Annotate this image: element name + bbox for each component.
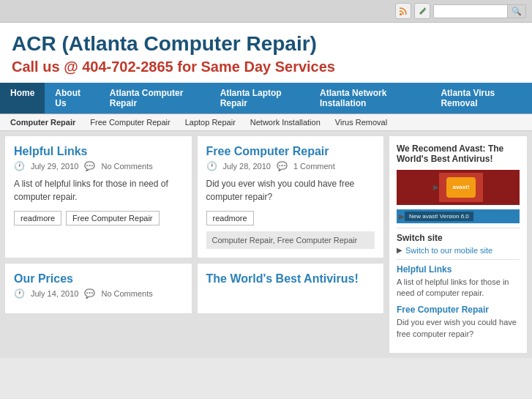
- post-date: July 28, 2010: [223, 162, 271, 171]
- clock-icon: 🕐: [14, 161, 25, 171]
- edit-icon[interactable]: [414, 3, 430, 19]
- avast-promo: New avast! Version 6.0: [405, 212, 473, 221]
- top-bar-icons: 🔍: [395, 3, 526, 19]
- site-subtitle: Call us @ 404-702-2865 for Same Day Serv…: [12, 56, 520, 77]
- post-comments: No Comments: [101, 289, 152, 298]
- secondary-nav-item-4[interactable]: Virus Removal: [328, 114, 394, 130]
- switch-site-section: Switch site ▶ Switch to our mobile site: [397, 233, 520, 255]
- avast-banner2[interactable]: ▶ New avast! Version 6.0: [397, 209, 520, 223]
- post-actions-0: readmoreFree Computer Repair: [14, 211, 183, 225]
- post-card-1: Free Computer Repair 🕐 July 28, 2010 💬 1…: [197, 135, 385, 258]
- post-excerpt-1: Did you ever wish you could have free co…: [206, 177, 375, 204]
- post-date: July 29, 2010: [31, 162, 78, 171]
- widget-divider2: [397, 259, 520, 260]
- comment-icon: 💬: [277, 161, 288, 171]
- main-content: Helpful Links 🕐 July 29, 2010 💬 No Comme…: [0, 131, 532, 359]
- clock-icon: 🕐: [14, 288, 25, 299]
- avast-inner: avast!: [439, 173, 483, 202]
- post-title-1[interactable]: Free Computer Repair: [206, 145, 375, 158]
- post-title-r2-0[interactable]: Our Prices: [14, 272, 183, 286]
- post-excerpt-0: A list of helpful links for those in nee…: [14, 177, 183, 204]
- primary-nav-item-3[interactable]: Atlanta Laptop Repair: [210, 83, 310, 113]
- search-button[interactable]: 🔍: [507, 5, 525, 18]
- play-icon2: ▶: [399, 212, 405, 220]
- post-card-r2-0: Our Prices 🕐 July 14, 2010 💬 No Comments: [4, 263, 192, 314]
- sidebar-links: Helpful LinksA list of helpful links for…: [397, 264, 520, 340]
- posts-row-1: Helpful Links 🕐 July 29, 2010 💬 No Comme…: [4, 135, 384, 258]
- primary-nav-item-0[interactable]: Home: [0, 83, 45, 113]
- arrow-icon: ▶: [397, 246, 402, 254]
- search-input[interactable]: [434, 5, 507, 17]
- clock-icon: 🕐: [206, 161, 217, 171]
- post-comments: 1 Comment: [293, 162, 335, 171]
- switch-site-link[interactable]: ▶ Switch to our mobile site: [397, 246, 520, 255]
- secondary-button-0[interactable]: Free Computer Repair: [66, 211, 159, 225]
- primary-nav-item-2[interactable]: Atlanta Computer Repair: [100, 83, 210, 113]
- sidebar: We Recomend Avast: The World's Best Anti…: [389, 135, 528, 354]
- avast-logo: avast!: [446, 177, 476, 198]
- secondary-nav-item-2[interactable]: Laptop Repair: [178, 114, 243, 130]
- sidebar-link-title-0[interactable]: Helpful Links: [397, 264, 520, 275]
- site-title: ACR (Atlanta Computer Repair): [12, 31, 520, 56]
- top-bar: 🔍: [0, 0, 532, 23]
- primary-nav-item-1[interactable]: About Us: [45, 83, 99, 113]
- comment-icon: 💬: [84, 161, 95, 171]
- rss-icon[interactable]: [395, 3, 411, 19]
- secondary-nav-item-0[interactable]: Computer Repair: [3, 114, 83, 130]
- post-comments: No Comments: [101, 162, 152, 171]
- post-meta-r2-0: 🕐 July 14, 2010 💬 No Comments: [14, 288, 183, 299]
- avast-banner[interactable]: ▶ avast!: [397, 170, 520, 205]
- avast-widget: We Recomend Avast: The World's Best Anti…: [389, 135, 528, 354]
- switch-site-title: Switch site: [397, 233, 520, 243]
- svg-rect-0: [400, 13, 402, 15]
- secondary-nav-item-1[interactable]: Free Computer Repair: [83, 114, 177, 130]
- widget-divider: [397, 228, 520, 228]
- post-tags-1: Computer Repair, Free Computer Repair: [206, 231, 375, 249]
- post-meta-1: 🕐 July 28, 2010 💬 1 Comment: [206, 161, 375, 171]
- post-title-0[interactable]: Helpful Links: [14, 145, 183, 158]
- sidebar-link-title-1[interactable]: Free Computer Repair: [397, 305, 520, 315]
- search-box[interactable]: 🔍: [433, 4, 526, 18]
- avast-widget-title: We Recomend Avast: The World's Best Anti…: [397, 143, 520, 164]
- content-area: Helpful Links 🕐 July 29, 2010 💬 No Comme…: [4, 135, 384, 354]
- play-icon: ▶: [433, 183, 439, 191]
- readmore-button-0[interactable]: readmore: [14, 211, 61, 225]
- sidebar-link-desc-0: A list of helpful links for those in nee…: [397, 277, 520, 299]
- secondary-nav: Computer RepairFree Computer RepairLapto…: [0, 113, 532, 131]
- post-date: July 14, 2010: [31, 289, 78, 298]
- post-meta-0: 🕐 July 29, 2010 💬 No Comments: [14, 161, 183, 171]
- posts-row-2: Our Prices 🕐 July 14, 2010 💬 No Comments…: [4, 263, 384, 314]
- readmore-button-1[interactable]: readmore: [206, 211, 254, 225]
- site-header: ACR (Atlanta Computer Repair) Call us @ …: [0, 23, 532, 83]
- primary-nav: HomeAbout UsAtlanta Computer RepairAtlan…: [0, 83, 532, 113]
- comment-icon: 💬: [84, 288, 95, 299]
- primary-nav-item-4[interactable]: Atlanta Network Installation: [310, 83, 430, 113]
- sidebar-link-desc-1: Did you ever wish you could have free co…: [397, 317, 520, 340]
- post-card-r2-1: The World's Best Antivirus!: [197, 263, 385, 314]
- post-title-r2-1[interactable]: The World's Best Antivirus!: [206, 272, 375, 286]
- secondary-nav-item-3[interactable]: Network Installation: [243, 114, 328, 130]
- post-card-0: Helpful Links 🕐 July 29, 2010 💬 No Comme…: [4, 135, 192, 258]
- post-actions-1: readmore: [206, 211, 375, 225]
- primary-nav-item-5[interactable]: Atlanta Virus Removal: [430, 83, 532, 113]
